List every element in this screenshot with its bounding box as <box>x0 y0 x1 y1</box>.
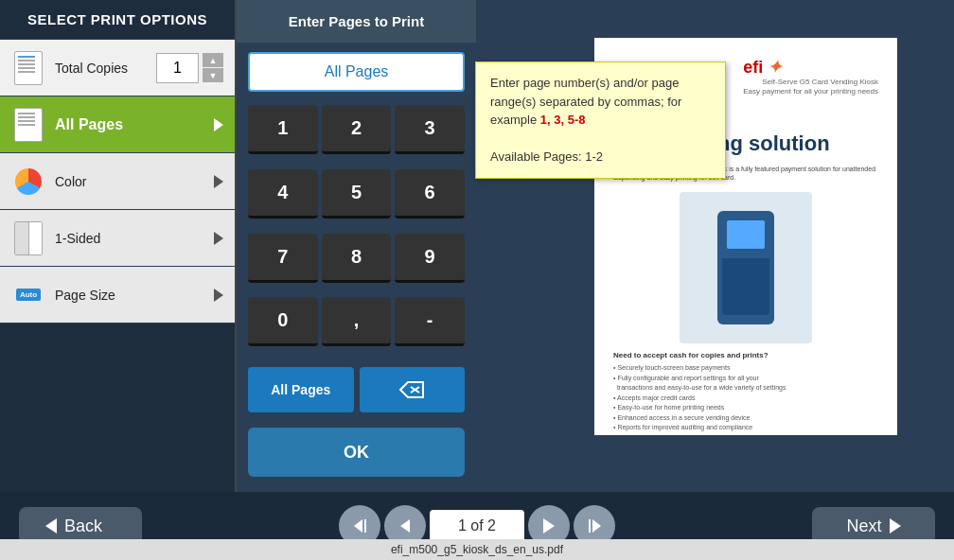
sidebar-header: SELECT PRINT OPTIONS <box>0 0 235 40</box>
backspace-button[interactable] <box>360 367 466 412</box>
key-0-button[interactable]: 0 <box>248 297 318 346</box>
keypad-display: All Pages <box>248 52 465 92</box>
next-icon <box>890 518 901 534</box>
color-arrow-icon <box>214 175 223 188</box>
key-6-button[interactable]: 6 <box>395 169 465 219</box>
back-label: Back <box>64 516 102 536</box>
sidebar-item-color[interactable]: Color <box>0 153 235 210</box>
key-comma-button[interactable]: , <box>322 297 392 346</box>
backspace-icon <box>398 380 425 399</box>
key-4-button[interactable]: 4 <box>248 169 318 219</box>
all-pages-icon <box>11 108 45 142</box>
key-dash-button[interactable]: - <box>395 297 465 346</box>
filename-text: efi_m500_g5_kiosk_ds_en_us.pdf <box>391 543 563 556</box>
last-page-icon <box>589 519 601 533</box>
one-sided-icon <box>11 221 45 255</box>
key-3-button[interactable]: 3 <box>395 105 465 154</box>
color-icon <box>11 165 45 199</box>
all-pages-button[interactable]: All Pages <box>248 367 354 412</box>
keypad-display-input[interactable]: All Pages <box>248 52 465 92</box>
keypad-bottom-row: All Pages <box>237 361 476 418</box>
filename-bar: efi_m500_g5_kiosk_ds_en_us.pdf <box>0 539 954 560</box>
copies-up-button[interactable]: ▲ <box>203 53 223 67</box>
tooltip-text: Enter page number(s) and/or page range(s… <box>490 76 681 127</box>
keypad-header: Enter Pages to Print <box>237 0 476 43</box>
first-page-icon <box>354 519 366 533</box>
key-5-button[interactable]: 5 <box>322 169 392 219</box>
key-7-button[interactable]: 7 <box>248 234 318 283</box>
ok-btn-row: OK <box>237 418 476 492</box>
key-9-button[interactable]: 9 <box>395 234 465 283</box>
copies-down-button[interactable]: ▼ <box>203 68 223 82</box>
copies-control[interactable]: ▲ ▼ <box>156 53 223 83</box>
keypad-grid: 1 2 3 4 5 6 7 8 9 0 , - <box>237 101 476 361</box>
sidebar: SELECT PRINT OPTIONS Total Copies ▲ ▼ <box>0 0 235 492</box>
page-indicator: 1 of 2 <box>430 510 524 542</box>
all-pages-label: All Pages <box>55 116 214 133</box>
next-page-icon <box>543 518 555 534</box>
prev-page-icon <box>400 519 410 533</box>
sidebar-item-page-size[interactable]: Auto Page Size <box>0 267 235 324</box>
keypad-panel: Enter Pages to Print All Pages 1 2 3 4 5… <box>235 0 476 492</box>
copies-input[interactable] <box>156 53 199 83</box>
one-sided-label: 1-Sided <box>55 231 214 246</box>
ok-button[interactable]: OK <box>248 428 465 477</box>
sidebar-item-one-sided[interactable]: 1-Sided <box>0 210 235 267</box>
page-size-label: Page Size <box>55 288 214 303</box>
key-8-button[interactable]: 8 <box>322 234 392 283</box>
tooltip: Enter page number(s) and/or page range(s… <box>475 61 726 179</box>
page-size-icon: Auto <box>11 278 45 312</box>
page-size-arrow-icon <box>214 289 223 302</box>
back-icon <box>45 518 57 534</box>
one-sided-arrow-icon <box>214 232 223 245</box>
key-1-button[interactable]: 1 <box>248 105 318 154</box>
available-pages-text: Available Pages: 1-2 <box>490 149 603 164</box>
all-pages-arrow-icon <box>214 118 223 131</box>
sidebar-item-all-pages[interactable]: All Pages <box>0 96 235 153</box>
total-copies-label: Total Copies <box>55 61 156 76</box>
color-label: Color <box>55 174 214 189</box>
key-2-button[interactable]: 2 <box>322 105 392 154</box>
total-copies-icon <box>11 51 45 85</box>
kiosk-image <box>680 192 812 343</box>
sidebar-item-total-copies[interactable]: Total Copies ▲ ▼ <box>0 40 235 96</box>
svg-marker-0 <box>400 382 423 397</box>
next-label: Next <box>846 516 881 536</box>
